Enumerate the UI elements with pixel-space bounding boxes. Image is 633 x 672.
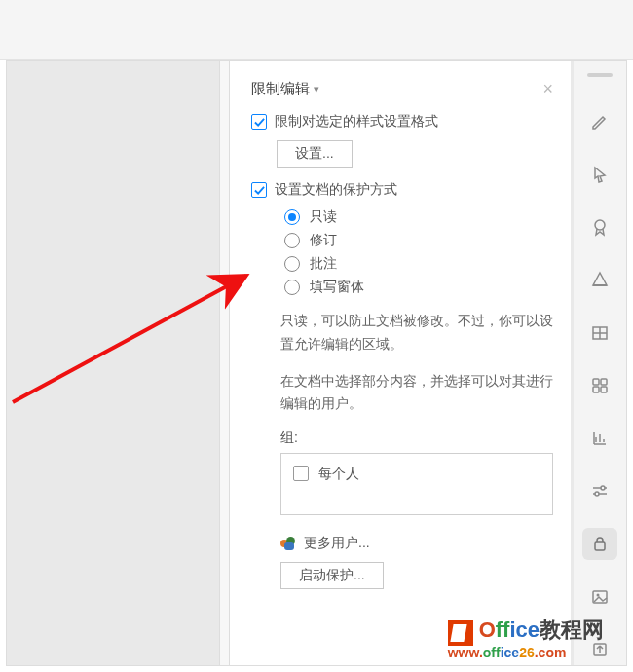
radio-comment-label: 批注 <box>310 255 337 273</box>
svg-point-0 <box>595 220 605 230</box>
watermark-line2: www.office26.com <box>448 645 567 660</box>
svg-point-12 <box>595 492 599 496</box>
select-users-description: 在文档中选择部分内容，并选择可以对其进行编辑的用户。 <box>280 370 553 417</box>
chart-icon[interactable] <box>582 423 617 454</box>
readonly-description: 只读，可以防止文档被修改。不过，你可以设置允许编辑的区域。 <box>280 310 553 356</box>
limit-format-label: 限制对选定的样式设置格式 <box>275 113 438 131</box>
svg-rect-5 <box>593 379 599 385</box>
sliders-icon[interactable] <box>582 475 617 506</box>
top-ribbon-area <box>0 0 633 60</box>
group-listbox[interactable]: 每个人 <box>280 453 553 515</box>
watermark-line1: Office教程网 <box>479 617 604 642</box>
radio-readonly-label: 只读 <box>310 208 337 226</box>
radio-form[interactable] <box>284 280 300 295</box>
radio-revision-label: 修订 <box>310 232 337 249</box>
panel-title[interactable]: 限制编辑 ▾ <box>251 80 319 98</box>
svg-point-10 <box>601 486 605 490</box>
people-icon <box>280 537 298 550</box>
ribbon-icon[interactable] <box>582 211 617 243</box>
image-icon[interactable] <box>582 581 617 613</box>
more-users-link[interactable]: 更多用户... <box>280 535 553 552</box>
protect-mode-label: 设置文档的保护方式 <box>275 181 397 199</box>
close-icon[interactable]: × <box>542 79 553 99</box>
panel-title-text: 限制编辑 <box>251 80 310 98</box>
group-label: 组: <box>280 429 553 447</box>
pencil-icon[interactable] <box>582 106 617 137</box>
side-rail <box>574 61 626 665</box>
rail-handle-icon[interactable] <box>587 73 613 77</box>
settings-button[interactable]: 设置... <box>277 140 353 168</box>
svg-rect-7 <box>593 387 599 392</box>
radio-form-label: 填写窗体 <box>310 279 364 296</box>
protect-mode-checkbox[interactable] <box>251 182 267 198</box>
document-canvas[interactable] <box>7 61 217 665</box>
watermark: Office教程网 www.office26.com <box>448 618 604 660</box>
table-icon[interactable] <box>582 317 617 348</box>
svg-rect-13 <box>595 542 605 550</box>
svg-rect-6 <box>601 379 607 385</box>
start-protection-button[interactable]: 启动保护... <box>280 562 384 589</box>
shape-triangle-icon[interactable] <box>582 264 617 295</box>
everyone-checkbox[interactable] <box>293 466 309 481</box>
vertical-ruler <box>219 61 230 665</box>
more-users-label: 更多用户... <box>304 535 370 552</box>
svg-rect-8 <box>601 387 607 392</box>
lock-icon[interactable] <box>582 528 617 559</box>
radio-readonly[interactable] <box>284 209 300 225</box>
radio-revision[interactable] <box>284 233 300 248</box>
radio-comment[interactable] <box>284 256 300 272</box>
chevron-down-icon: ▾ <box>314 83 319 95</box>
restrict-editing-panel: 限制编辑 ▾ × 限制对选定的样式设置格式 设置... 设置文档的保护方式 只读 <box>230 61 571 665</box>
cursor-icon[interactable] <box>582 159 617 190</box>
limit-format-checkbox[interactable] <box>251 114 267 130</box>
everyone-label: 每个人 <box>318 466 359 483</box>
watermark-logo-icon <box>448 620 473 646</box>
workspace: 限制编辑 ▾ × 限制对选定的样式设置格式 设置... 设置文档的保护方式 只读 <box>6 60 627 666</box>
apps-icon[interactable] <box>582 370 617 401</box>
